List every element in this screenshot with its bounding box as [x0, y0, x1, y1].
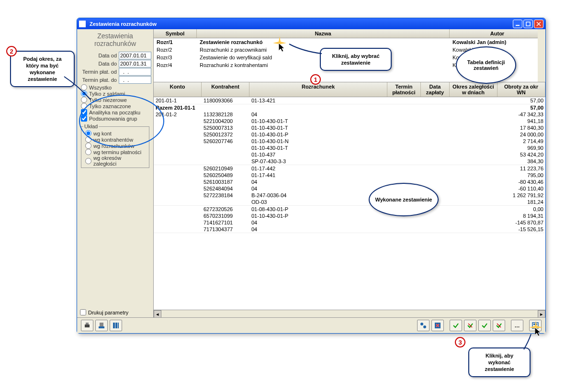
cell-termin	[387, 131, 421, 138]
cursor-icon	[279, 43, 287, 54]
table-row[interactable]: OD-03181,24	[154, 199, 545, 206]
cell-zaplaty	[421, 131, 450, 138]
table-row[interactable]: 525001237201-10-430-01-P24 000,00	[154, 131, 545, 138]
input-data-do[interactable]	[119, 60, 151, 67]
table-row[interactable]: 657023109901-10-430-01-P8 194,31	[154, 213, 545, 219]
table-row[interactable]: 526021094901-17-44211 223,76	[154, 165, 545, 172]
cell-kontrahent: 6570231099	[202, 213, 249, 219]
col-termin-platnosci[interactable]: Termin płatności	[387, 82, 421, 97]
table-row[interactable]: SP-07-430-3-3384,30	[154, 158, 545, 165]
check2-button[interactable]	[464, 320, 476, 331]
table-row[interactable]: 01-10-430-01-T969,90	[154, 145, 545, 151]
table-row[interactable]: 526100318704-80 430,46	[154, 179, 545, 185]
cell-obroty: -145 870,87	[498, 219, 545, 226]
maximize-button[interactable]	[523, 20, 533, 28]
minimize-button[interactable]	[513, 20, 522, 28]
table-row[interactable]: 522100420001-10-430-01-T941,18	[154, 118, 545, 124]
check3-button[interactable]	[478, 320, 491, 331]
cell-zaleglosci	[450, 145, 498, 151]
cell-konto	[154, 131, 202, 138]
radio-wg-okr[interactable]	[85, 158, 91, 164]
cell-obroty: 24 000,00	[498, 131, 545, 138]
check-analityka[interactable]	[81, 109, 87, 115]
radio-wg-kontr[interactable]	[85, 136, 91, 143]
cell-obroty: 384,30	[498, 158, 545, 165]
left-header: Zestawienia rozrachunków	[77, 29, 153, 50]
col-konto[interactable]: Konto	[154, 82, 202, 97]
table-row[interactable]: 525000731301-10-430-01-T17 840,30	[154, 124, 545, 131]
label-saldami: Tylko z saldami	[89, 91, 125, 97]
check-podsumowania[interactable]	[81, 115, 87, 122]
def-row[interactable]: Rozr/1Zestawienie rozrachunkóKowalski Ja…	[154, 38, 545, 46]
scroll-right-icon[interactable]: ▸	[538, 310, 545, 318]
cursor-icon	[535, 327, 543, 338]
cell-zaleglosci	[450, 199, 498, 205]
table-row[interactable]: 526020774601-10-430-01-N2 714,49	[154, 138, 545, 145]
table-row[interactable]: 526248409404-60 110,40	[154, 185, 545, 192]
table-row[interactable]: 526025048901-17-441795,00	[154, 172, 545, 179]
check1-button[interactable]	[450, 320, 462, 331]
cell-rozrachunek: 01-10-430-01-N	[249, 138, 387, 145]
cell-rozrachunek: OD-03	[249, 199, 387, 205]
cell-obroty: 795,00	[498, 172, 545, 179]
cell-obroty: 53 424,20	[498, 151, 545, 158]
cell-konto	[154, 151, 202, 158]
radio-wg-rozr[interactable]	[85, 143, 91, 149]
def-vscroll[interactable]	[538, 29, 545, 82]
table-row[interactable]: 5272238184B-247-0036-041 262 791,92	[154, 192, 545, 199]
cell-obroty: -47 342,33	[498, 111, 545, 118]
cell-kontrahent: 5272238184	[202, 192, 249, 199]
table-row[interactable]: 627232052601-08-430-01-P0,00	[154, 206, 545, 213]
close-button[interactable]	[534, 20, 543, 28]
radio-wg-term[interactable]	[85, 149, 91, 155]
cell-zaleglosci	[450, 111, 498, 118]
col-symbol[interactable]: Symbol	[154, 29, 197, 38]
cell-kontrahent: 5260207746	[202, 138, 249, 145]
check4-button[interactable]	[493, 320, 505, 331]
radio-wg-kont[interactable]	[85, 130, 91, 136]
cell-kontrahent	[202, 104, 249, 111]
check-drukuj-parametry[interactable]	[80, 309, 86, 315]
clear-button[interactable]	[431, 320, 444, 331]
col-nazwa[interactable]: Nazwa	[197, 29, 450, 38]
scroll-left-icon[interactable]: ◂	[154, 310, 161, 318]
input-tp-od[interactable]	[119, 68, 151, 76]
svg-point-10	[423, 325, 426, 328]
col-kontrahent[interactable]: Kontrahent	[202, 82, 249, 97]
print-button[interactable]	[81, 320, 93, 331]
config-button[interactable]	[417, 320, 430, 331]
label-wg-rozr: wg rozrachunków	[93, 143, 135, 149]
table-row[interactable]: 01-10-43753 424,20	[154, 151, 545, 158]
table-row[interactable]: 201-01-2113238212804-47 342,33	[154, 111, 545, 118]
table-row[interactable]: 714162710104-145 870,87	[154, 219, 545, 226]
columns-button[interactable]	[110, 320, 122, 331]
cell-obroty: 1 262 791,92	[498, 192, 545, 199]
export-button[interactable]	[95, 320, 108, 331]
cell-zaplaty	[421, 219, 450, 226]
data-hscroll[interactable]: ◂ ▸	[154, 310, 545, 317]
radio-zaznaczone[interactable]	[81, 103, 87, 109]
label-niezerowe: Tylko niezerowe	[89, 97, 127, 103]
cell-konto	[154, 172, 202, 179]
cell-konto: 201-01-1	[154, 97, 202, 104]
cell-zaplaty	[421, 111, 450, 118]
more-button[interactable]: …	[511, 320, 523, 331]
col-rozrachunek[interactable]: Rozrachunek	[249, 82, 387, 97]
cell-kontrahent	[202, 145, 249, 151]
table-row[interactable]: 201-01-1118009306601-13-42157,00	[154, 97, 545, 104]
cell-termin	[387, 104, 421, 111]
cell-obroty: 2 714,49	[498, 138, 545, 145]
input-tp-do[interactable]	[119, 76, 151, 84]
col-autor[interactable]: Autor	[450, 29, 545, 38]
table-row[interactable]: Razem 201-01-157,00	[154, 104, 545, 111]
svg-point-9	[420, 323, 423, 325]
col-data-zaplaty[interactable]: Data zapłaty	[421, 82, 450, 97]
oval-mid: Wykonane zestawienie	[369, 183, 439, 216]
col-obroty[interactable]: Obroty za okrWN	[498, 82, 545, 97]
cell-obroty: 17 840,30	[498, 124, 545, 131]
table-row[interactable]: 717130437704-15 526,15	[154, 226, 545, 233]
input-data-od[interactable]	[119, 52, 151, 59]
svg-rect-4	[99, 326, 104, 328]
cell-zaleglosci	[450, 213, 498, 219]
col-okres-zaleglosci[interactable]: Okres zaległości w dniach	[450, 82, 498, 97]
